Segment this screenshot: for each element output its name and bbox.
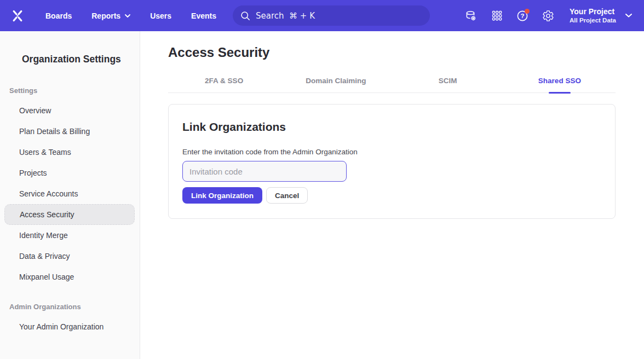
- sidebar-item-plan-details-billing[interactable]: Plan Details & Billing: [0, 121, 140, 142]
- chevron-down-icon: [125, 14, 130, 18]
- nav-right-cluster: ? Your Project All Project Data: [465, 0, 644, 31]
- project-name: Your Project: [570, 7, 616, 16]
- sidebar-item-projects[interactable]: Projects: [0, 163, 140, 183]
- access-security-tabs: 2FA & SSO Domain Claiming SCIM Shared SS…: [168, 77, 616, 93]
- settings-gear-icon[interactable]: [542, 10, 554, 22]
- primary-nav: Boards Reports Users Events: [45, 11, 236, 20]
- nav-item-boards[interactable]: Boards: [45, 11, 72, 20]
- sidebar-item-data-privacy[interactable]: Data & Privacy: [0, 246, 140, 267]
- nav-item-users[interactable]: Users: [150, 11, 171, 20]
- chevron-down-icon: [625, 14, 632, 18]
- sidebar-item-access-security[interactable]: Access Security: [4, 204, 135, 225]
- sidebar-item-mixpanel-usage[interactable]: Mixpanel Usage: [0, 267, 140, 287]
- tab-shared-sso[interactable]: Shared SSO: [504, 77, 616, 92]
- top-nav-bar: Boards Reports Users Events: [0, 0, 644, 31]
- tab-scim[interactable]: SCIM: [392, 77, 504, 92]
- cancel-button[interactable]: Cancel: [266, 187, 308, 204]
- nav-item-events[interactable]: Events: [191, 11, 216, 20]
- project-switcher[interactable]: Your Project All Project Data: [570, 7, 632, 25]
- invitation-code-input[interactable]: [182, 161, 347, 182]
- sidebar-item-your-admin-organization[interactable]: Your Admin Organization: [0, 316, 140, 337]
- search-input[interactable]: [256, 11, 422, 21]
- nav-item-reports[interactable]: Reports: [91, 11, 130, 20]
- sidebar-item-users-teams[interactable]: Users & Teams: [0, 142, 140, 163]
- search-icon: [240, 11, 250, 21]
- mixpanel-logo[interactable]: [10, 8, 25, 24]
- nav-item-label: Events: [191, 11, 216, 20]
- nav-item-label: Reports: [91, 11, 120, 20]
- link-organization-button[interactable]: Link Organization: [182, 187, 262, 204]
- sidebar-item-identity-merge[interactable]: Identity Merge: [0, 225, 140, 246]
- nav-item-label: Users: [150, 11, 171, 20]
- sidebar-item-service-accounts[interactable]: Service Accounts: [0, 183, 140, 204]
- sidebar-section-settings: Settings: [9, 86, 140, 95]
- org-settings-sidebar: Organization Settings Settings Overview …: [0, 31, 140, 359]
- help-icon[interactable]: ?: [516, 10, 528, 22]
- nav-icon-group: ?: [465, 10, 554, 22]
- notification-dot: [525, 9, 530, 14]
- data-management-icon[interactable]: [465, 10, 477, 22]
- global-search[interactable]: [233, 5, 430, 26]
- app-window: Boards Reports Users Events: [0, 0, 644, 359]
- invitation-code-label: Enter the invitation code from the Admin…: [182, 147, 601, 157]
- main-content: Access Security 2FA & SSO Domain Claimin…: [140, 31, 644, 359]
- card-title: Link Organizations: [182, 120, 601, 134]
- apps-grid-icon[interactable]: [491, 10, 503, 22]
- tab-2fa-sso[interactable]: 2FA & SSO: [168, 77, 280, 92]
- nav-item-label: Boards: [45, 11, 72, 20]
- svg-text:?: ?: [520, 13, 524, 19]
- tab-domain-claiming[interactable]: Domain Claiming: [280, 77, 392, 92]
- project-data-scope: All Project Data: [570, 16, 616, 25]
- card-actions: Link Organization Cancel: [182, 187, 601, 204]
- sidebar-section-admin-organizations: Admin Organizations: [9, 303, 140, 311]
- page-title: Access Security: [168, 44, 616, 61]
- sidebar-title: Organization Settings: [0, 31, 140, 66]
- link-organizations-card: Link Organizations Enter the invitation …: [168, 104, 616, 219]
- sidebar-item-overview[interactable]: Overview: [0, 100, 140, 121]
